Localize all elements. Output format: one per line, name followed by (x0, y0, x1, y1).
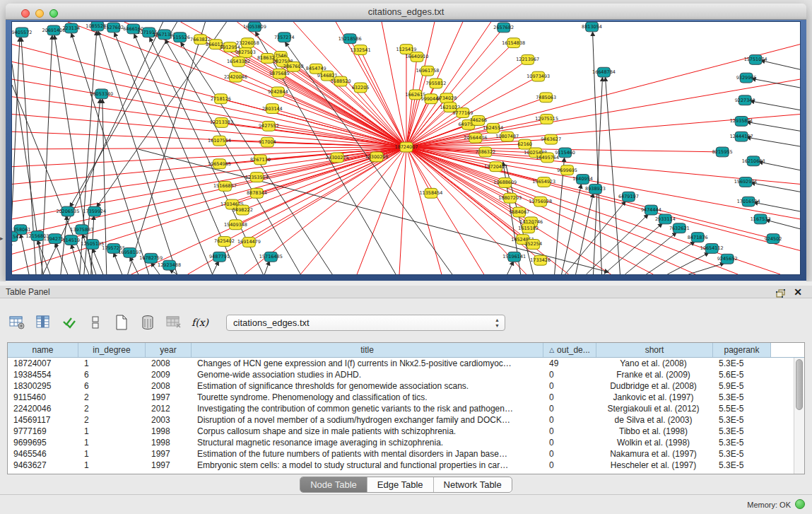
graph-edge[interactable] (114, 252, 122, 274)
citation-graph[interactable]: 9405572206914062231341085528715276026466… (12, 22, 800, 274)
graph-node[interactable]: 8813054 (582, 22, 602, 32)
graph-edge[interactable] (399, 147, 406, 274)
network-window-titlebar[interactable]: citations_edges.txt (6, 4, 806, 20)
tab-edge-table[interactable]: Edge Table (367, 477, 434, 492)
graph-node[interactable]: 16107554 (208, 136, 231, 146)
graph-node[interactable]: 917004 (259, 137, 276, 147)
graph-node[interactable]: 16543382 (227, 57, 250, 66)
column-header-short[interactable]: short (596, 343, 713, 357)
graph-node[interactable]: 924502 (765, 234, 782, 244)
graph-node[interactable]: 2933114 (655, 214, 676, 224)
graph-edge[interactable] (97, 22, 227, 207)
graph-node[interactable]: 15409348 (224, 220, 247, 230)
graph-node[interactable]: 1840954 (572, 175, 593, 185)
graph-edge[interactable] (753, 202, 800, 211)
tab-network-table[interactable]: Network Table (434, 477, 512, 492)
graph-node[interactable]: 7485063 (536, 93, 556, 103)
graph-node[interactable]: 9405572 (12, 28, 32, 37)
function-icon[interactable]: f(x) (190, 313, 210, 332)
graph-node[interactable]: 12935871 (730, 117, 753, 127)
graph-edge[interactable] (406, 147, 653, 274)
graph-node[interactable]: 7955812 (426, 78, 447, 88)
graph-node[interactable]: 10973493 (526, 71, 550, 81)
graph-node[interactable]: 16053809 (243, 22, 266, 32)
graph-edge[interactable] (746, 122, 800, 131)
graph-node[interactable]: 9684067 (509, 207, 529, 217)
graph-edge[interactable] (688, 263, 724, 274)
graph-node[interactable]: 8471876 (688, 233, 708, 243)
scrollbar-thumb[interactable] (796, 359, 803, 410)
graph-node[interactable]: 7515526 (170, 33, 190, 42)
table-row[interactable]: 1938455462009Genome-wide association stu… (8, 369, 794, 380)
graph-node[interactable]: 6479197 (618, 192, 639, 201)
graph-edge[interactable] (235, 77, 406, 147)
graph-node[interactable]: 8215955 (712, 147, 733, 157)
graph-node[interactable]: 15751074 (744, 54, 767, 64)
table-row[interactable]: 969969511998Structural magnetic resonanc… (8, 437, 794, 448)
graph-node[interactable]: 15692971 (734, 177, 758, 187)
table-row[interactable]: 946362711997Embryonic stem cells: a mode… (8, 460, 794, 471)
graph-node[interactable]: 9245652 (717, 254, 738, 264)
graph-node[interactable]: 2657682 (493, 23, 514, 33)
graph-node[interactable]: 9463627 (541, 134, 561, 144)
graph-node[interactable]: 20564436 (464, 133, 487, 143)
graph-node[interactable]: 15196141 (502, 252, 526, 262)
graph-node[interactable]: 1588520 (331, 76, 351, 86)
table-row[interactable]: 946554611997Estimation of the future num… (8, 448, 794, 460)
graph-node[interactable]: 7625402 (214, 237, 235, 247)
column-header-out_de[interactable]: △out_de... (543, 343, 596, 357)
graph-edge[interactable] (71, 33, 149, 274)
graph-edge[interactable] (130, 257, 139, 274)
delete-icon[interactable] (138, 313, 158, 332)
graph-node[interactable]: 352254 (524, 240, 542, 250)
column-header-title[interactable]: title (192, 343, 543, 357)
graph-node[interactable]: 7632621 (669, 223, 690, 233)
divider-grip-icon[interactable] (404, 282, 410, 285)
graph-node[interactable]: 15218586 (339, 34, 362, 44)
graph-node[interactable]: 15166857 (213, 181, 237, 191)
graph-node[interactable]: 19756928 (529, 197, 552, 206)
graph-node[interactable]: 16648784 (592, 67, 616, 77)
graph-node[interactable]: 16210643 (742, 156, 765, 166)
memory-status-indicator[interactable] (795, 499, 805, 509)
graph-node[interactable]: 10807487 (495, 132, 519, 141)
row-height-icon[interactable] (86, 313, 105, 332)
network-canvas[interactable]: 9405572206914062231341085528715276026466… (11, 21, 801, 275)
graph-edge[interactable] (750, 101, 800, 110)
graph-node[interactable]: 16958197 (118, 247, 141, 257)
graph-node[interactable]: 20691406 (42, 25, 65, 35)
graph-node[interactable]: 1733426 (530, 255, 551, 265)
graph-node[interactable]: 8267130 (250, 155, 271, 165)
graph-node[interactable]: 12444187 (730, 132, 753, 141)
tab-node-table[interactable]: Node Table (300, 477, 367, 492)
graph-node[interactable]: 17359924 (83, 206, 106, 216)
graph-node[interactable]: 1624554 (483, 123, 503, 133)
table-scrollbar[interactable] (794, 358, 804, 474)
table-row[interactable]: 911546021997Tourette syndrome. Phenomeno… (8, 392, 794, 403)
graph-edge[interactable] (746, 137, 800, 146)
graph-node[interactable]: 5498222 (233, 205, 253, 215)
column-header-in_degree[interactable]: in_degree (78, 343, 146, 357)
graph-node[interactable]: 12213967 (516, 54, 539, 64)
graph-edge[interactable] (507, 261, 514, 274)
graph-node[interactable]: 1167533 (751, 214, 771, 224)
graph-node[interactable]: 16914479 (237, 238, 261, 247)
graph-node[interactable]: 12213383 (210, 117, 233, 127)
graph-edge[interactable] (605, 77, 620, 274)
graph-node[interactable]: 16154838 (502, 38, 525, 48)
select-all-icon[interactable] (59, 313, 79, 332)
graph-node[interactable]: 1615182 (518, 223, 539, 233)
graph-node[interactable]: 746266 (469, 116, 487, 126)
graph-edge[interactable] (264, 261, 269, 274)
column-header-year[interactable]: year (146, 343, 192, 357)
table-row[interactable]: 1830029562008Estimation of significance … (8, 380, 794, 392)
column-header-pagerank[interactable]: pagerank (713, 343, 771, 357)
table-row[interactable]: 1872400712008Changes of HCN gene express… (8, 358, 794, 369)
graph-node[interactable]: 10688609 (493, 178, 517, 188)
graph-edge[interactable] (751, 182, 800, 192)
graph-node[interactable]: 632205 (352, 83, 370, 93)
table-row[interactable]: 977716911998Corpus callosum shape and si… (8, 426, 794, 437)
column-select-icon[interactable] (33, 313, 53, 332)
graph-edge[interactable] (12, 64, 43, 274)
graph-node[interactable]: 12975115 (535, 115, 558, 124)
